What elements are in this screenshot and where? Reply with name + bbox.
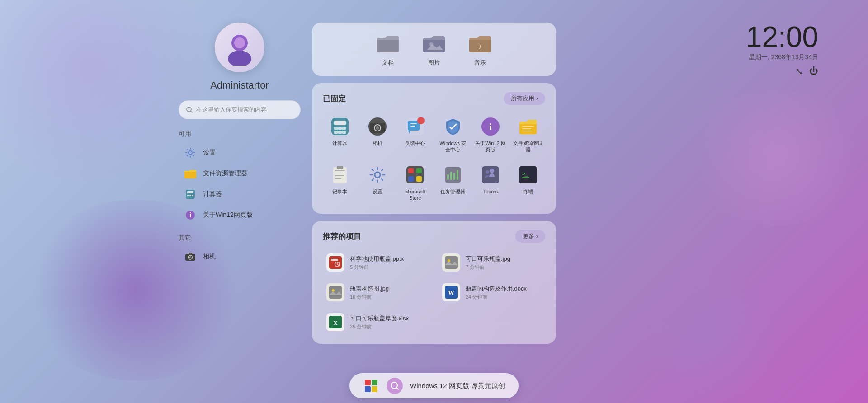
pinned-teams[interactable]: Teams xyxy=(473,160,507,205)
search-box[interactable]: 在这里输入你要搜索的内容 xyxy=(179,100,301,119)
taskbar: Windows 12 网页版 谭景元原创 xyxy=(349,373,519,398)
pinned-explorer[interactable]: 文件资源管理器 xyxy=(511,112,545,157)
app-item-calculator[interactable]: 计算器 xyxy=(179,184,301,204)
right-panel: 文档 图片 xyxy=(312,14,556,384)
pinned-msstore-icon xyxy=(404,164,426,186)
rec-jpg1[interactable]: 可口可乐瓶盖.jpg 7 分钟前 xyxy=(439,250,545,275)
svg-rect-40 xyxy=(410,126,415,127)
fullscreen-icon[interactable]: ⤡ xyxy=(795,66,803,77)
rec-xlsx1-icon: X xyxy=(326,313,344,331)
start-menu: Administartor 在这里输入你要搜索的内容 可用 xyxy=(167,14,556,384)
svg-text:i: i xyxy=(489,121,492,132)
rec-pptx1-time: 5 分钟前 xyxy=(350,264,426,271)
music-label: 音乐 xyxy=(474,59,486,67)
svg-rect-49 xyxy=(335,173,343,173)
svg-point-65 xyxy=(490,169,494,173)
pinned-terminal-icon: >_ xyxy=(517,164,539,186)
quick-docs[interactable]: 文档 xyxy=(376,32,400,67)
pinned-explorer-icon xyxy=(517,116,539,137)
available-app-list: 设置 文件资源管理器 xyxy=(179,143,301,225)
left-panel: Administartor 在这里输入你要搜索的内容 可用 xyxy=(167,14,312,384)
svg-point-2 xyxy=(234,37,245,48)
svg-rect-81 xyxy=(365,380,371,385)
svg-text:>_: >_ xyxy=(522,171,528,177)
svg-point-38 xyxy=(417,117,425,124)
svg-rect-25 xyxy=(334,127,338,130)
available-section: 可用 设置 xyxy=(179,130,301,276)
app-item-about[interactable]: i 关于Win12网页版 xyxy=(179,205,301,225)
pinned-winsecurity[interactable]: Windows 安全中心 xyxy=(436,112,470,157)
rec-pptx1[interactable]: 科学地使用瓶盖.pptx 5 分钟前 xyxy=(323,250,429,275)
clock-area: 12:00 星期一, 2368年13月34日 ⤡ ⏻ xyxy=(746,23,818,77)
taskbar-windows-icon[interactable] xyxy=(363,378,379,394)
settings-icon xyxy=(184,146,197,159)
pinned-camera[interactable]: 相机 xyxy=(360,112,394,157)
pinned-teams-icon xyxy=(480,164,501,186)
recommended-section: 推荐的项目 更多 › 科学地使用瓶盖.pptx xyxy=(312,221,556,344)
svg-rect-8 xyxy=(187,191,193,193)
svg-rect-51 xyxy=(335,178,341,179)
svg-rect-50 xyxy=(335,175,344,176)
quick-access-bar: 文档 图片 xyxy=(312,23,556,76)
pinned-calculator-label: 计算器 xyxy=(332,140,347,146)
svg-rect-39 xyxy=(410,123,417,124)
svg-text:i: i xyxy=(189,211,191,219)
rec-docx1[interactable]: W 瓶盖的构造及作用.docx 24 分钟前 xyxy=(439,280,545,305)
pinned-camera-icon xyxy=(367,116,388,137)
about-label: 关于Win12网页版 xyxy=(203,211,253,219)
svg-point-76 xyxy=(332,289,335,292)
svg-rect-52 xyxy=(337,166,343,169)
rec-docx1-name: 瓶盖的构造及作用.docx xyxy=(466,285,542,293)
svg-rect-60 xyxy=(447,174,449,180)
pics-label: 图片 xyxy=(428,59,440,67)
taskbar-search-icon[interactable] xyxy=(387,378,403,394)
pinned-title: 已固定 xyxy=(323,94,346,104)
rec-jpg2[interactable]: 瓶盖构造图.jpg 16 分钟前 xyxy=(323,280,429,305)
pinned-taskmgr-label: 任务管理器 xyxy=(440,188,465,195)
rec-jpg1-icon xyxy=(442,253,460,272)
quick-music[interactable]: ♪ 音乐 xyxy=(468,32,492,67)
app-item-settings[interactable]: 设置 xyxy=(179,143,301,163)
more-button[interactable]: 更多 › xyxy=(515,230,545,243)
svg-rect-29 xyxy=(338,131,342,134)
rec-jpg2-name: 瓶盖构造图.jpg xyxy=(350,285,426,293)
rec-xlsx1-info: 可口可乐瓶盖厚度.xlsx 35 分钟前 xyxy=(350,314,426,330)
pinned-calculator[interactable]: 计算器 xyxy=(323,112,357,157)
pinned-about12-icon: i xyxy=(480,116,501,137)
svg-rect-57 xyxy=(408,176,414,182)
pinned-terminal[interactable]: >_ 终端 xyxy=(511,160,545,205)
app-item-camera[interactable]: 相机 xyxy=(179,247,301,267)
pinned-msstore[interactable]: Microsoft Store xyxy=(398,160,432,205)
clock-date: 星期一, 2368年13月34日 xyxy=(746,53,818,61)
svg-rect-30 xyxy=(342,131,346,134)
recommended-grid: 科学地使用瓶盖.pptx 5 分钟前 可口可乐瓶盖.jpg xyxy=(323,250,545,335)
pics-folder-icon xyxy=(422,32,446,55)
svg-rect-55 xyxy=(408,168,414,173)
quick-pics[interactable]: 图片 xyxy=(422,32,446,67)
pinned-feedback[interactable]: 反馈中心 xyxy=(398,112,432,157)
rec-pptx1-name: 科学地使用瓶盖.pptx xyxy=(350,255,426,263)
pinned-security-label: Windows 安全中心 xyxy=(438,140,468,153)
username: Administartor xyxy=(210,80,269,91)
pinned-about12-label: 关于Win12 网页版 xyxy=(475,140,505,153)
rec-jpg2-info: 瓶盖构造图.jpg 16 分钟前 xyxy=(350,285,426,300)
power-icon[interactable]: ⏻ xyxy=(809,66,818,77)
pinned-feedback-label: 反馈中心 xyxy=(405,140,425,146)
camera-list-icon xyxy=(184,250,197,263)
rec-xlsx1[interactable]: X 可口可乐瓶盖厚度.xlsx 35 分钟前 xyxy=(323,309,429,335)
search-icon xyxy=(186,107,193,113)
rec-docx1-info: 瓶盖的构造及作用.docx 24 分钟前 xyxy=(466,285,542,300)
pinned-header: 已固定 所有应用 › xyxy=(323,92,545,105)
all-apps-button[interactable]: 所有应用 › xyxy=(504,92,545,105)
pinned-notepad-icon xyxy=(329,164,351,186)
pinned-notepad[interactable]: 记事本 xyxy=(323,160,357,205)
rec-jpg1-info: 可口可乐瓶盖.jpg 7 分钟前 xyxy=(466,255,542,271)
avatar[interactable] xyxy=(215,23,264,72)
pinned-taskmgr[interactable]: 任务管理器 xyxy=(436,160,470,205)
rec-jpg1-time: 7 分钟前 xyxy=(466,264,542,271)
taskbar-label: Windows 12 网页版 谭景元原创 xyxy=(410,382,505,390)
app-item-filemanager[interactable]: 文件资源管理器 xyxy=(179,164,301,183)
pinned-settings[interactable]: 设置 xyxy=(360,160,394,205)
recommended-header: 推荐的项目 更多 › xyxy=(323,230,545,243)
pinned-about12[interactable]: i 关于Win12 网页版 xyxy=(473,112,507,157)
